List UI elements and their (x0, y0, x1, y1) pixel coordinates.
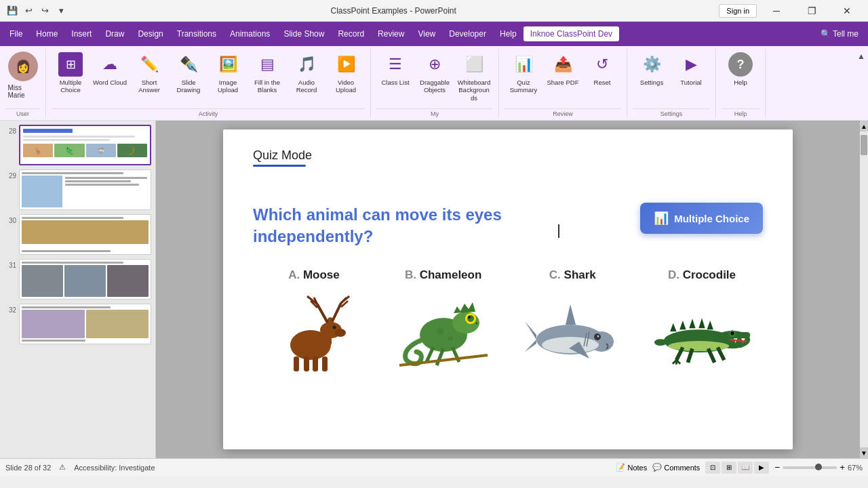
mc-button-label: Multiple Choice (674, 213, 749, 224)
audio-record-button[interactable]: 🎵 Audio Record (288, 49, 326, 98)
vertical-scrollbar[interactable]: ▲ ▼ (860, 121, 868, 458)
scroll-up-button[interactable]: ▲ (860, 121, 868, 131)
slide-item-29[interactable]: 29 (3, 168, 153, 211)
menu-record[interactable]: Record (331, 26, 371, 41)
multiple-choice-slide-button[interactable]: 📊 Multiple Choice (640, 203, 763, 234)
collapse-ribbon-button[interactable]: ▲ (857, 52, 865, 61)
menu-transitions[interactable]: Transitions (170, 26, 223, 41)
video-upload-button[interactable]: ▶️ Video Upload (327, 49, 365, 98)
svg-line-27 (427, 347, 433, 362)
svg-marker-47 (707, 321, 713, 329)
menu-developer[interactable]: Developer (442, 26, 493, 41)
redo-button[interactable]: ↪ (38, 4, 52, 18)
answer-b-label: B. Chameleon (405, 268, 481, 282)
svg-point-2 (335, 329, 346, 337)
user-button[interactable]: 👩 Miss Marie (3, 49, 43, 102)
slide-item-32[interactable]: 32 (3, 302, 153, 346)
menu-review[interactable]: Review (371, 26, 411, 41)
menu-animations[interactable]: Animations (223, 26, 277, 41)
svg-rect-6 (304, 357, 309, 371)
menu-insert[interactable]: Insert (64, 26, 98, 41)
multiple-choice-label: Multiple Choice (54, 79, 87, 94)
scroll-thumb[interactable] (861, 135, 867, 155)
settings-button[interactable]: ⚙️ Settings (633, 49, 671, 98)
class-list-button[interactable]: ☰ Class List (376, 49, 414, 98)
fill-blanks-button[interactable]: ▤ Fill in the Blanks (248, 49, 286, 98)
image-upload-button[interactable]: 🖼️ Image Upload (209, 49, 247, 98)
customize-qat-button[interactable]: ▾ (54, 4, 68, 18)
menu-slideshow[interactable]: Slide Show (277, 26, 331, 41)
minimize-button[interactable]: ─ (761, 0, 792, 22)
reading-view-button[interactable]: 📖 (738, 462, 753, 474)
slide-canvas[interactable]: Quiz Mode 📊 Multiple Choice Which animal… (223, 129, 793, 449)
zoom-slider[interactable] (783, 466, 837, 469)
slide-panel[interactable]: 28 🦌 🦎 🦈 🐊 29 (0, 121, 156, 458)
avatar: 👩 (8, 52, 38, 81)
window-title: ClassPoint Examples - PowerPoint (330, 6, 456, 16)
quiz-summary-button[interactable]: 📊 Quiz Summary (505, 49, 542, 98)
close-button[interactable]: ✕ (831, 0, 863, 22)
svg-point-19 (452, 312, 479, 333)
tutorial-button[interactable]: ▶ Tutorial (672, 49, 710, 98)
svg-rect-8 (322, 357, 328, 371)
answer-d-label: D. Crocodile (668, 268, 736, 282)
zoom-in-button[interactable]: + (840, 462, 845, 472)
help-button[interactable]: ? Help (722, 49, 760, 98)
draggable-objects-label: Draggable Objects (418, 79, 452, 94)
menu-draw[interactable]: Draw (98, 26, 131, 41)
settings-icon: ⚙️ (639, 52, 664, 77)
ribbon: 👩 Miss Marie User ⊞ Multiple Choice ☁ Wo… (0, 46, 868, 121)
quiz-summary-icon: 📊 (511, 52, 536, 77)
menu-design[interactable]: Design (131, 26, 170, 41)
normal-view-button[interactable]: ⊡ (705, 462, 720, 474)
slide-thumb-30[interactable] (19, 214, 151, 255)
slide-thumb-content-31 (20, 260, 151, 299)
menu-view[interactable]: View (411, 26, 442, 41)
whiteboard-bg-button[interactable]: ⬜ Whiteboard Backgrounds (455, 49, 493, 105)
menu-home[interactable]: Home (29, 26, 64, 41)
comments-button[interactable]: 💬 Comments (652, 463, 700, 472)
slide-thumb-28[interactable]: 🦌 🦎 🦈 🐊 (19, 125, 151, 165)
menu-tellme[interactable]: 🔍 Tell me (814, 26, 865, 41)
thumb-animal-b: 🦎 (54, 144, 84, 157)
multiple-choice-button[interactable]: ⊞ Multiple Choice (52, 49, 90, 98)
draggable-objects-button[interactable]: ⊕ Draggable Objects (416, 49, 454, 98)
svg-point-39 (597, 336, 599, 338)
slide-item-28[interactable]: 28 🦌 🦎 🦈 🐊 (3, 123, 153, 167)
slide-sorter-button[interactable]: ⊞ (722, 462, 736, 474)
word-cloud-button[interactable]: ☁ Word Cloud (91, 49, 129, 98)
draggable-objects-icon: ⊕ (422, 52, 447, 77)
slide-thumb-31[interactable] (19, 259, 151, 300)
slide-item-30[interactable]: 30 (3, 213, 153, 256)
menu-file[interactable]: File (3, 26, 29, 41)
menu-help[interactable]: Help (493, 26, 524, 41)
restore-button[interactable]: ❐ (796, 0, 827, 22)
svg-rect-7 (313, 357, 318, 371)
slideshow-button[interactable]: ▶ (754, 462, 769, 474)
my-buttons: ☰ Class List ⊕ Draggable Objects ⬜ White… (376, 49, 493, 108)
scroll-down-button[interactable]: ▼ (860, 447, 868, 458)
image-upload-label: Image Upload (211, 79, 245, 94)
slide-item-31[interactable]: 31 (3, 258, 153, 301)
share-pdf-button[interactable]: 📤 Share PDF (544, 49, 582, 98)
reset-button[interactable]: ↺ Reset (583, 49, 621, 98)
menu-classpoint[interactable]: Inknoe ClassPoint Dev (524, 26, 619, 41)
comments-label: Comments (664, 464, 700, 472)
slide-drawing-button[interactable]: ✒️ Slide Drawing (170, 49, 208, 98)
user-name: Miss Marie (8, 84, 38, 99)
slide-thumb-29[interactable] (19, 169, 151, 210)
comments-icon: 💬 (652, 463, 662, 472)
audio-record-label: Audio Record (290, 79, 323, 94)
short-answer-button[interactable]: ✏️ Short Answer (130, 49, 168, 98)
accessibility-label[interactable]: Accessibility: Investigate (74, 464, 155, 472)
sign-in-button[interactable]: Sign in (719, 4, 757, 18)
ribbon-collapse-area: ▲ (854, 49, 868, 117)
slide-thumb-32[interactable] (19, 304, 151, 344)
save-button[interactable]: 💾 (5, 4, 19, 18)
notes-button[interactable]: 📝 Notes (616, 463, 647, 472)
undo-button[interactable]: ↩ (22, 4, 35, 18)
video-upload-label: Video Upload (329, 79, 363, 94)
my-section-label: My (376, 108, 493, 117)
reset-icon: ↺ (590, 52, 614, 77)
zoom-out-button[interactable]: − (774, 462, 780, 472)
